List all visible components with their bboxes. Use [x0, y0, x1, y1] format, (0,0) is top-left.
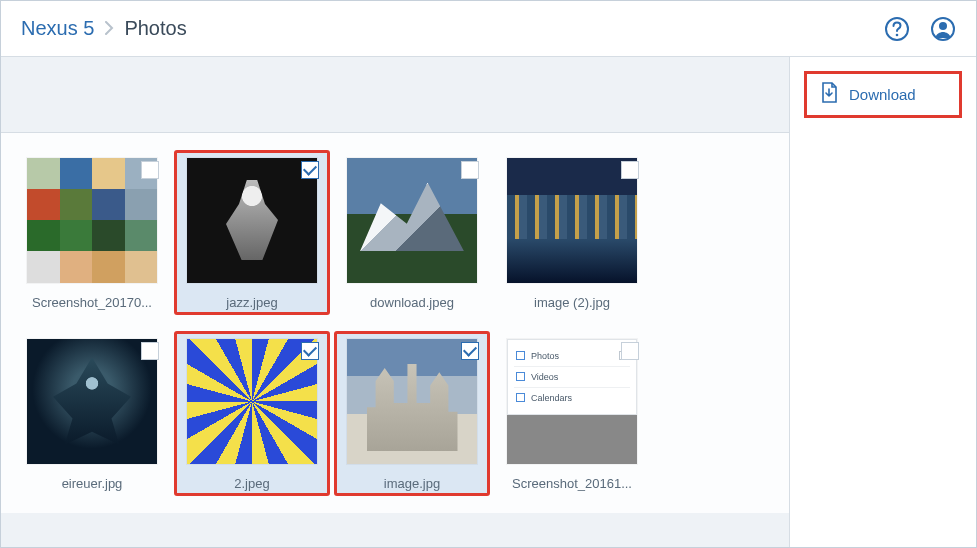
file-name: image (2).jpg	[502, 295, 642, 310]
file-name: Screenshot_20170...	[22, 295, 162, 310]
download-button[interactable]: Download	[804, 71, 962, 118]
account-icon[interactable]	[930, 16, 956, 42]
select-checkbox[interactable]	[461, 342, 479, 360]
file-tile[interactable]: 2.jpeg	[175, 332, 329, 495]
file-name: jazz.jpeg	[182, 295, 322, 310]
select-checkbox[interactable]	[621, 342, 639, 360]
select-checkbox[interactable]	[301, 342, 319, 360]
select-checkbox[interactable]	[621, 161, 639, 179]
svg-point-3	[939, 22, 947, 30]
file-tile[interactable]: PhotosVideosCalendarsScreenshot_20161...	[495, 332, 649, 495]
download-icon	[819, 82, 839, 107]
thumbnail	[339, 336, 485, 466]
thumbnail: PhotosVideosCalendars	[499, 336, 645, 466]
main-panel: Screenshot_20170...jazz.jpegdownload.jpe…	[1, 57, 790, 547]
breadcrumb-root[interactable]: Nexus 5	[21, 17, 94, 40]
file-name: eireuer.jpg	[22, 476, 162, 491]
select-checkbox[interactable]	[301, 161, 319, 179]
file-tile[interactable]: Screenshot_20170...	[15, 151, 169, 314]
thumbnail	[339, 155, 485, 285]
file-name: image.jpg	[342, 476, 482, 491]
header-bar: Nexus 5 Photos	[1, 1, 976, 57]
chevron-right-icon	[104, 17, 114, 40]
side-panel: Download	[790, 57, 976, 547]
file-tile[interactable]: image.jpg	[335, 332, 489, 495]
help-icon[interactable]	[884, 16, 910, 42]
thumbnail	[179, 336, 325, 466]
toolbar-strip	[1, 57, 789, 133]
file-tile[interactable]: jazz.jpeg	[175, 151, 329, 314]
thumbnail	[19, 336, 165, 466]
file-tile[interactable]: eireuer.jpg	[15, 332, 169, 495]
thumbnail	[499, 155, 645, 285]
file-tile[interactable]: download.jpeg	[335, 151, 489, 314]
breadcrumb-current: Photos	[124, 17, 186, 40]
thumbnail	[179, 155, 325, 285]
select-checkbox[interactable]	[461, 161, 479, 179]
breadcrumb: Nexus 5 Photos	[21, 17, 884, 40]
thumbnail	[19, 155, 165, 285]
select-checkbox[interactable]	[141, 342, 159, 360]
file-name: 2.jpeg	[182, 476, 322, 491]
download-label: Download	[849, 86, 916, 103]
svg-point-1	[896, 33, 899, 36]
select-checkbox[interactable]	[141, 161, 159, 179]
file-grid: Screenshot_20170...jazz.jpegdownload.jpe…	[1, 133, 789, 513]
file-name: download.jpeg	[342, 295, 482, 310]
file-name: Screenshot_20161...	[502, 476, 642, 491]
file-tile[interactable]: image (2).jpg	[495, 151, 649, 314]
